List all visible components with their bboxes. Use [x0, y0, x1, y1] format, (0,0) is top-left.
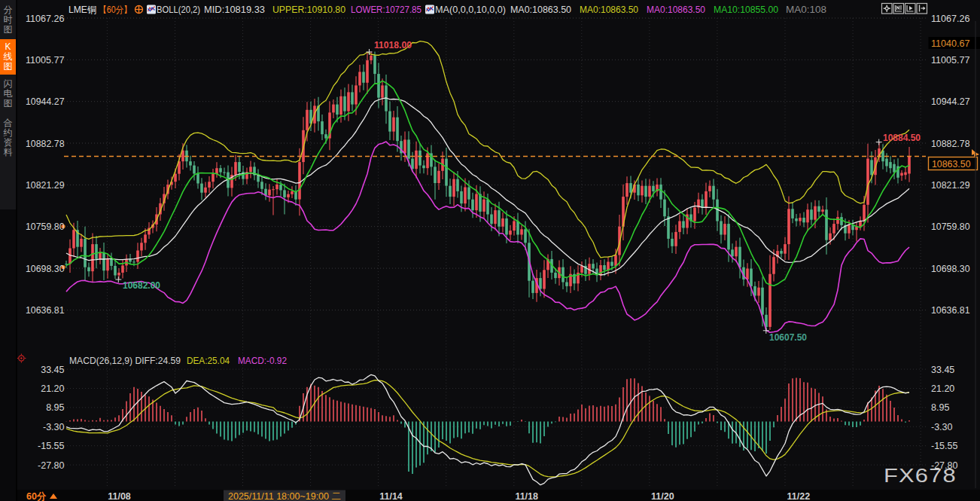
svg-text:-15.55: -15.55: [38, 441, 64, 451]
svg-text:10759.80: 10759.80: [26, 221, 65, 232]
svg-text:BOLL(20,2): BOLL(20,2): [157, 5, 200, 15]
svg-text:10698.30: 10698.30: [931, 264, 970, 274]
svg-text:MA0:10863.50: MA0:10863.50: [580, 5, 638, 15]
svg-text:线: 线: [4, 51, 13, 62]
svg-text:LOWER:10727.85: LOWER:10727.85: [351, 5, 422, 15]
svg-text:LME铜: LME铜: [68, 5, 96, 15]
svg-text:合: 合: [4, 118, 13, 128]
svg-text:图: 图: [4, 24, 13, 35]
svg-text:料: 料: [4, 147, 13, 157]
svg-text:MACD:-0.92: MACD:-0.92: [238, 356, 287, 366]
svg-text:10882.78: 10882.78: [931, 139, 970, 149]
svg-text:11005.77: 11005.77: [26, 55, 65, 66]
svg-text:【60分】: 【60分】: [99, 5, 132, 15]
svg-text:10944.27: 10944.27: [26, 96, 65, 107]
svg-text:10882.78: 10882.78: [26, 139, 65, 149]
svg-text:MA0:108: MA0:108: [786, 5, 826, 15]
svg-text:10863.50: 10863.50: [932, 159, 971, 170]
svg-text:11/20: 11/20: [651, 491, 674, 501]
svg-text:FX678: FX678: [884, 464, 957, 487]
svg-text:资: 资: [4, 137, 13, 148]
svg-text:闪: 闪: [4, 78, 13, 89]
svg-text:电: 电: [4, 88, 13, 99]
svg-text:11040.67: 11040.67: [931, 38, 970, 49]
svg-text:21.20: 21.20: [931, 383, 954, 394]
svg-text:8.95: 8.95: [931, 402, 949, 413]
svg-text:10884.50: 10884.50: [883, 133, 921, 143]
svg-text:10607.50: 10607.50: [769, 332, 807, 343]
svg-text:21.20: 21.20: [41, 383, 64, 394]
svg-text:-15.55: -15.55: [931, 441, 957, 451]
svg-text:MACD(26,12,9) DIFF:24.59: MACD(26,12,9) DIFF:24.59: [69, 356, 181, 366]
svg-text:10944.27: 10944.27: [931, 96, 970, 107]
svg-text:10682.00: 10682.00: [123, 280, 160, 291]
svg-text:-3.30: -3.30: [43, 422, 65, 432]
svg-text:10821.29: 10821.29: [931, 180, 970, 191]
svg-text:MA0:10863.50: MA0:10863.50: [647, 5, 705, 15]
svg-text:图: 图: [4, 98, 13, 108]
svg-text:约: 约: [4, 127, 13, 138]
svg-text:11/08: 11/08: [108, 491, 131, 501]
svg-text:8.95: 8.95: [46, 402, 64, 413]
svg-text:K: K: [5, 41, 11, 52]
svg-text:11067.26: 11067.26: [26, 14, 65, 24]
svg-text:10636.81: 10636.81: [26, 305, 65, 316]
svg-text:MA10:10855.00: MA10:10855.00: [714, 5, 778, 15]
svg-text:2025/11/11 18:00~19:00 二: 2025/11/11 18:00~19:00 二: [228, 491, 341, 501]
svg-text:60分: 60分: [26, 491, 47, 501]
svg-text:11/18: 11/18: [515, 491, 538, 501]
svg-text:MA0:10863.50: MA0:10863.50: [510, 5, 571, 15]
svg-text:11005.77: 11005.77: [931, 55, 970, 66]
svg-text:MA(0,0,0,10,0,0): MA(0,0,0,10,0,0): [435, 5, 506, 15]
svg-text:10698.30: 10698.30: [26, 264, 65, 274]
svg-text:UPPER:10910.80: UPPER:10910.80: [272, 5, 345, 15]
svg-text:10759.80: 10759.80: [931, 221, 970, 232]
svg-text:11018.00: 11018.00: [374, 40, 412, 50]
svg-text:10636.81: 10636.81: [931, 305, 970, 316]
svg-text:时: 时: [4, 14, 13, 25]
svg-text:11/22: 11/22: [787, 491, 811, 501]
svg-text:图: 图: [4, 61, 13, 72]
svg-text:10821.29: 10821.29: [26, 180, 65, 191]
svg-text:DEA:25.04: DEA:25.04: [187, 356, 230, 366]
svg-text:11067.26: 11067.26: [931, 14, 970, 24]
svg-text:33.45: 33.45: [41, 365, 64, 375]
svg-text:分: 分: [4, 5, 13, 15]
svg-text:-3.30: -3.30: [931, 422, 953, 432]
svg-text:-27.80: -27.80: [38, 460, 64, 471]
svg-text:11/14: 11/14: [379, 491, 403, 501]
svg-text:33.45: 33.45: [931, 365, 954, 375]
svg-text:MID:10819.33: MID:10819.33: [204, 5, 265, 15]
